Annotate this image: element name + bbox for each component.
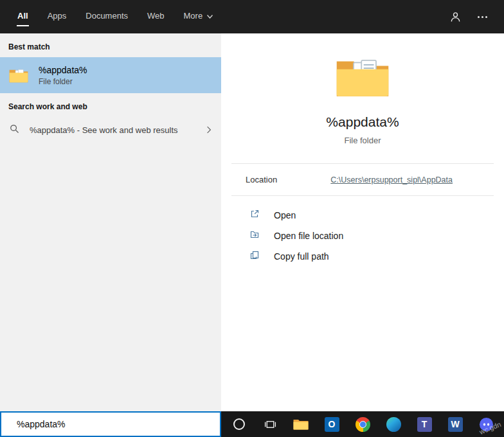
teams-icon[interactable]: T bbox=[411, 411, 437, 437]
chrome-icon[interactable] bbox=[350, 411, 375, 437]
copy-full-path-label: Copy full path bbox=[274, 251, 329, 262]
search-results-panel: Best match %appdata% File folder Search … bbox=[0, 33, 221, 411]
copy-icon bbox=[249, 250, 260, 263]
search-web-header: Search work and web bbox=[0, 93, 221, 117]
tab-all[interactable]: All bbox=[8, 0, 38, 33]
ellipsis-icon[interactable] bbox=[478, 16, 487, 18]
search-box bbox=[0, 411, 221, 437]
open-file-location-label: Open file location bbox=[274, 231, 343, 241]
tab-web-label: Web bbox=[147, 8, 165, 26]
filter-tabs: All Apps Documents Web More bbox=[0, 0, 222, 33]
search-input[interactable] bbox=[1, 413, 220, 436]
word-icon[interactable]: W bbox=[442, 411, 468, 437]
tab-documents[interactable]: Documents bbox=[76, 0, 138, 33]
topbar-icons bbox=[450, 0, 504, 33]
location-link[interactable]: C:\Users\erpsupport_sipl\AppData bbox=[330, 175, 453, 184]
task-view-icon[interactable] bbox=[257, 411, 283, 437]
open-action[interactable]: Open bbox=[221, 205, 504, 226]
best-match-text: %appdata% File folder bbox=[39, 65, 87, 86]
best-match-title: %appdata% bbox=[39, 65, 87, 75]
location-row: Location C:\Users\erpsupport_sipl\AppDat… bbox=[221, 164, 504, 195]
chevron-right-icon[interactable] bbox=[206, 125, 212, 134]
search-filter-bar: All Apps Documents Web More bbox=[0, 0, 504, 33]
cortana-icon[interactable] bbox=[226, 411, 252, 437]
tab-apps-label: Apps bbox=[47, 8, 68, 26]
outlook-icon[interactable]: O bbox=[319, 411, 345, 437]
discord-icon[interactable] bbox=[473, 411, 499, 437]
tab-web[interactable]: Web bbox=[138, 0, 174, 33]
tab-all-label: All bbox=[17, 8, 29, 26]
taskbar: O T W bbox=[221, 411, 504, 437]
best-match-header: Best match bbox=[0, 33, 221, 57]
preview-subtitle: File folder bbox=[221, 136, 504, 145]
preview-title: %appdata% bbox=[221, 114, 504, 130]
edge-icon[interactable] bbox=[381, 411, 406, 437]
location-label: Location bbox=[246, 175, 277, 184]
best-match-result[interactable]: %appdata% File folder bbox=[0, 57, 221, 93]
web-suggestion-row[interactable]: %appdata% - See work and web results bbox=[0, 117, 221, 143]
folder-icon-large bbox=[336, 55, 390, 99]
tab-documents-label: Documents bbox=[85, 8, 129, 26]
folder-icon bbox=[9, 67, 28, 84]
file-explorer-icon[interactable] bbox=[288, 411, 314, 437]
user-icon[interactable] bbox=[450, 12, 461, 22]
context-actions: Open Open file location Copy full path bbox=[221, 205, 504, 267]
result-preview-panel: %appdata% File folder Location C:\Users\… bbox=[221, 33, 504, 411]
search-icon bbox=[10, 124, 19, 136]
open-icon bbox=[249, 209, 260, 222]
web-suggestion-text: %appdata% - See work and web results bbox=[30, 125, 178, 135]
tab-more-label: More bbox=[183, 8, 204, 26]
open-file-location-action[interactable]: Open file location bbox=[221, 226, 504, 246]
divider bbox=[231, 195, 494, 196]
open-action-label: Open bbox=[274, 210, 296, 220]
best-match-subtitle: File folder bbox=[39, 77, 87, 86]
copy-full-path-action[interactable]: Copy full path bbox=[221, 246, 504, 267]
tab-more[interactable]: More bbox=[174, 0, 222, 33]
tab-apps[interactable]: Apps bbox=[38, 0, 76, 33]
chevron-down-icon bbox=[207, 15, 213, 19]
open-file-location-icon bbox=[249, 229, 260, 242]
